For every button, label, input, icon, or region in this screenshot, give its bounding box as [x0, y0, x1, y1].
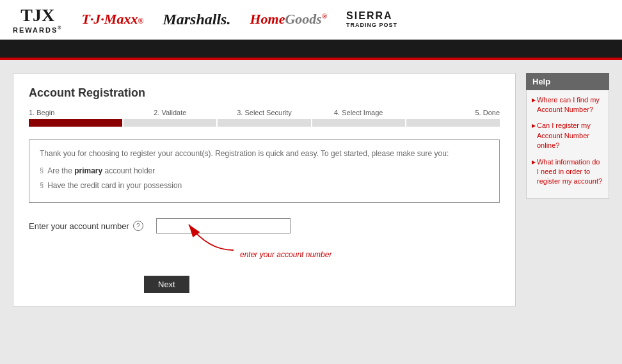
step-3-label: 3. Select Security	[217, 109, 311, 116]
help-link-1[interactable]: Where can I find my Account Number?	[532, 95, 603, 115]
page-title: Account Registration	[29, 86, 500, 100]
info-box: Thank you for choosing to register your …	[29, 139, 500, 203]
site-header: TJX REWARDS® T·J·Maxx® Marshalls. HomeGo…	[0, 0, 622, 40]
marshalls-logo: Marshalls.	[163, 11, 230, 28]
account-label-text: Enter your account number	[29, 221, 129, 231]
progress-bar	[29, 119, 500, 127]
progress-seg-2	[124, 119, 217, 127]
content-area: Account Registration 1. Begin 2. Validat…	[13, 73, 516, 307]
tjmaxx-logo: T·J·Maxx®	[81, 11, 143, 28]
help-header: Help	[526, 73, 609, 90]
next-button[interactable]: Next	[144, 276, 189, 293]
progress-seg-5	[406, 119, 500, 127]
bullet-2-text: Have the credit card in your possession	[47, 180, 182, 192]
homegoods-logo: HomeGoods®	[250, 11, 327, 28]
arrow-svg	[182, 218, 246, 257]
nav-bar	[0, 40, 622, 58]
account-number-label: Enter your account number ?	[29, 221, 143, 231]
tjx-logo-text: TJX	[20, 5, 54, 26]
step-2-label: 2. Validate	[123, 109, 217, 116]
help-link-3[interactable]: What information do I need in order to r…	[532, 157, 603, 187]
bullet-marker-1: §	[40, 165, 44, 177]
annotation-text: enter your account number	[240, 250, 331, 259]
help-body: Where can I find my Account Number? Can …	[526, 90, 609, 199]
info-intro: Thank you for choosing to register your …	[40, 148, 489, 160]
progress-seg-1	[29, 119, 122, 127]
sierra-logo: SIERRA TRADING POST	[346, 10, 397, 28]
progress-seg-3	[218, 119, 311, 127]
help-icon[interactable]: ?	[133, 221, 143, 231]
annotation-area: enter your account number	[29, 237, 500, 276]
steps-row: 1. Begin 2. Validate 3. Select Security …	[29, 109, 500, 116]
step-1-label: 1. Begin	[29, 109, 123, 116]
bullet-1-text: Are the primary account holder	[47, 165, 155, 177]
bullet-1: § Are the primary account holder	[40, 165, 489, 177]
bullet-2: § Have the credit card in your possessio…	[40, 180, 489, 192]
help-link-2[interactable]: Can I register my Account Number online?	[532, 121, 603, 150]
step-4-label: 4. Select Image	[312, 109, 406, 116]
tjx-logo: TJX REWARDS®	[13, 5, 62, 34]
step-5-label: 5. Done	[406, 109, 500, 116]
bullet-marker-2: §	[40, 180, 44, 191]
main-layout: Account Registration 1. Begin 2. Validat…	[0, 60, 622, 320]
help-sidebar: Help Where can I find my Account Number?…	[526, 73, 609, 307]
account-number-row: Enter your account number ?	[29, 218, 500, 233]
tjx-rewards-text: REWARDS®	[13, 26, 62, 34]
progress-seg-4	[312, 119, 406, 127]
